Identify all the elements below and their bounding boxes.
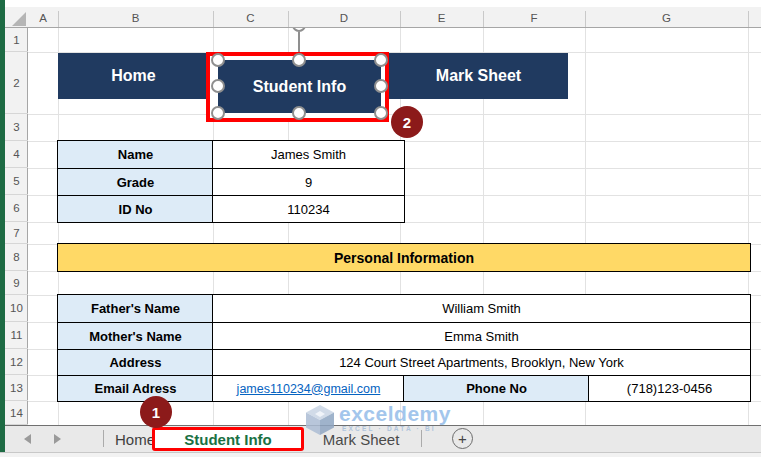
row-header-13[interactable]: 13 — [5, 375, 28, 401]
father-name-value-cell[interactable]: William Smith — [212, 294, 751, 323]
mother-name-value-cell[interactable]: Emma Smith — [212, 322, 751, 350]
father-name-label-cell[interactable]: Father's Name — [57, 294, 214, 323]
row-header-12[interactable]: 12 — [5, 349, 28, 375]
selection-handle-top-left[interactable] — [211, 53, 225, 67]
row-header-2[interactable]: 2 — [5, 52, 28, 114]
column-header-b[interactable]: B — [58, 7, 213, 28]
column-header-d[interactable]: D — [288, 7, 400, 28]
email-label-cell[interactable]: Email Adress — [57, 375, 214, 402]
email-value-cell[interactable]: james110234@gmail.com — [212, 375, 405, 402]
grade-label-cell[interactable]: Grade — [57, 168, 214, 196]
email-link[interactable]: james110234@gmail.com — [237, 382, 381, 396]
selection-handle-bottom-left[interactable] — [211, 106, 225, 120]
mark-sheet-nav-button[interactable]: Mark Sheet — [389, 53, 568, 99]
selection-handle-bottom-right[interactable] — [374, 106, 388, 120]
column-header-g[interactable]: G — [585, 7, 748, 28]
tab-scroll-left-icon[interactable] — [24, 434, 31, 444]
address-label-cell[interactable]: Address — [57, 349, 214, 376]
callout-step-2-badge: 2 — [391, 106, 423, 138]
phone-label-cell[interactable]: Phone No — [403, 375, 590, 402]
tab-scroll-right-icon[interactable] — [54, 434, 61, 444]
sheet-tab-student-info[interactable]: Student Info — [152, 427, 304, 451]
row-header-11[interactable]: 11 — [5, 322, 28, 349]
selection-handle-top-right[interactable] — [374, 53, 388, 67]
column-header-a[interactable]: A — [28, 7, 58, 28]
status-bar-strip — [0, 452, 761, 457]
home-nav-button[interactable]: Home — [58, 53, 209, 99]
address-value-cell[interactable]: 124 Court Street Apartments, Brooklyn, N… — [212, 349, 751, 376]
callout-step-1-badge: 1 — [140, 396, 172, 428]
id-no-value-cell[interactable]: 110234 — [212, 195, 405, 223]
personal-information-header[interactable]: Personal Information — [57, 243, 751, 272]
mother-name-label-cell[interactable]: Mother's Name — [57, 322, 214, 350]
grade-value-cell[interactable]: 9 — [212, 168, 405, 196]
column-header-e[interactable]: E — [400, 7, 483, 28]
selection-handle-top-center[interactable] — [292, 53, 306, 67]
row-header-6[interactable]: 6 — [5, 195, 28, 222]
watermark-brand: exceldemy — [339, 402, 451, 426]
select-all-corner[interactable] — [5, 7, 28, 28]
tab-divider-left — [103, 430, 104, 447]
tab-divider-right — [421, 430, 422, 447]
phone-value-cell[interactable]: (718)123-0456 — [588, 375, 751, 402]
id-no-label-cell[interactable]: ID No — [57, 195, 214, 223]
row-header-3[interactable]: 3 — [5, 114, 28, 141]
name-label-cell[interactable]: Name — [57, 140, 214, 169]
name-value-cell[interactable]: James Smith — [212, 140, 405, 169]
column-header-f[interactable]: F — [483, 7, 585, 28]
row-header-5[interactable]: 5 — [5, 168, 28, 195]
selection-handle-bottom-center[interactable] — [292, 106, 306, 120]
row-header-7[interactable]: 7 — [5, 222, 28, 244]
select-all-triangle — [12, 12, 26, 26]
row-header-10[interactable]: 10 — [5, 295, 28, 322]
row-header-4[interactable]: 4 — [5, 141, 28, 168]
row-header-14[interactable]: 14 — [5, 401, 28, 425]
sheet-tab-mark-sheet[interactable]: Mark Sheet — [310, 427, 412, 451]
selection-handle-mid-right[interactable] — [374, 79, 388, 93]
row-header-9[interactable]: 9 — [5, 271, 28, 295]
row-header-1[interactable]: 1 — [5, 28, 28, 52]
add-sheet-button[interactable]: + — [452, 428, 473, 449]
row-header-8[interactable]: 8 — [5, 244, 28, 271]
selection-handle-mid-left[interactable] — [211, 79, 225, 93]
excel-window: A B C D E F G 1 2 3 4 5 6 7 8 9 10 11 12… — [0, 0, 761, 457]
column-header-c[interactable]: C — [213, 7, 288, 28]
